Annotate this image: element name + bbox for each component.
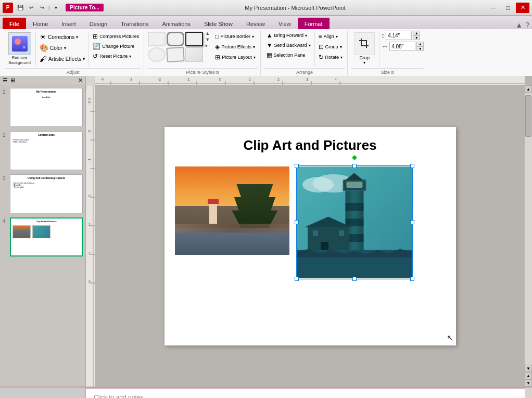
- align-dropdown[interactable]: ▾: [336, 34, 338, 39]
- send-backward-button[interactable]: ▼ Send Backward ▾: [264, 41, 313, 50]
- help-icon[interactable]: ▲: [515, 21, 523, 29]
- tab-view[interactable]: View: [272, 18, 298, 29]
- scroll-down-button[interactable]: ▼: [525, 365, 532, 372]
- width-up[interactable]: ▲: [413, 31, 420, 35]
- slide-thumb-4[interactable]: 4 Clip Art and Pictures: [3, 217, 83, 256]
- style-swatch-1[interactable]: [148, 32, 166, 46]
- question-icon[interactable]: ?: [525, 21, 529, 29]
- style-more[interactable]: ▾: [205, 43, 210, 48]
- vertical-scrollbar[interactable]: ▲ ▼ ▲ ▼: [525, 85, 532, 387]
- style-swatch-3[interactable]: [185, 32, 203, 46]
- slide-canvas[interactable]: Clip Art and Pictures: [164, 127, 456, 345]
- reset-picture-button[interactable]: ↺ Reset Picture ▾: [91, 52, 141, 61]
- slide-thumb-2[interactable]: 2 Content Slide • Here are some bullets•…: [3, 131, 83, 170]
- slide-image-2[interactable]: Content Slide • Here are some bullets• B…: [10, 131, 83, 170]
- photo-background: [175, 166, 289, 255]
- tab-transitions[interactable]: Transitions: [114, 18, 155, 29]
- selection-pane-button[interactable]: ▦ Selection Pane: [264, 50, 313, 60]
- tab-design[interactable]: Design: [83, 18, 114, 29]
- tab-insert[interactable]: Insert: [55, 18, 83, 29]
- bring-forward-dropdown[interactable]: ▾: [305, 33, 307, 38]
- slide-image-3[interactable]: Using Self-Containing Objects • Uses fro…: [10, 174, 83, 213]
- color-button[interactable]: 🎨 Color ▾: [37, 43, 87, 53]
- style-scroll-down[interactable]: ▼: [205, 37, 210, 42]
- photo-lighthouse[interactable]: [175, 166, 289, 255]
- slide-image-4[interactable]: Clip Art and Pictures: [10, 217, 83, 256]
- height-input[interactable]: [389, 42, 415, 51]
- slide-images-area: [164, 164, 456, 281]
- picture-border-dropdown[interactable]: ▾: [252, 34, 254, 39]
- crop-dropdown[interactable]: ▾: [363, 60, 365, 65]
- tab-format[interactable]: Format: [298, 18, 330, 29]
- scroll-step-up[interactable]: ▲: [525, 372, 532, 379]
- picture-effects-button[interactable]: ◈ Picture Effects ▾: [213, 42, 258, 52]
- change-picture-button[interactable]: 🔄 Change Picture: [91, 42, 141, 51]
- width-down[interactable]: ▼: [413, 35, 420, 40]
- group-dropdown[interactable]: ▾: [340, 45, 342, 49]
- scroll-track[interactable]: [525, 93, 532, 365]
- minimize-button[interactable]: ─: [487, 3, 500, 13]
- align-button[interactable]: ≡ Align ▾: [316, 32, 345, 41]
- slide-thumb-1[interactable]: 1 My Presentation A subtitle: [3, 88, 83, 127]
- panel-icon-list[interactable]: ☰: [3, 77, 8, 84]
- panel-close-button[interactable]: ✕: [78, 77, 83, 84]
- picture-border-button[interactable]: □ Picture Border ▾: [213, 32, 258, 41]
- picture-layout-dropdown[interactable]: ▾: [254, 55, 256, 60]
- scroll-up-button[interactable]: ▲: [525, 85, 532, 93]
- tab-home[interactable]: Home: [26, 18, 55, 29]
- rotate-dropdown[interactable]: ▾: [340, 55, 343, 60]
- scroll-step-down[interactable]: ▼: [525, 379, 532, 387]
- width-input[interactable]: [386, 31, 412, 40]
- width-spinner[interactable]: ▲ ▼: [413, 31, 420, 40]
- scroll-thumb[interactable]: [525, 95, 531, 137]
- size-expand[interactable]: ⊡: [391, 70, 395, 75]
- height-down[interactable]: ▼: [416, 46, 424, 51]
- help-area[interactable]: ▲ ?: [515, 21, 529, 29]
- height-up[interactable]: ▲: [416, 42, 424, 46]
- tab-slideshow[interactable]: Slide Show: [197, 18, 239, 29]
- redo-qat-button[interactable]: ↪: [37, 3, 47, 12]
- window-controls[interactable]: ─ □ ✕: [487, 3, 529, 13]
- cursor-indicator: ↖: [447, 333, 453, 343]
- tab-file[interactable]: File: [3, 18, 26, 29]
- notes-area[interactable]: Click to add notes: [86, 388, 525, 398]
- clipart-lighthouse[interactable]: [297, 166, 412, 278]
- svg-text:-3: -3: [87, 98, 91, 101]
- undo-qat-button[interactable]: ↩: [27, 3, 36, 12]
- quick-access-toolbar[interactable]: 💾 ↩ ↪ | ▾: [16, 3, 60, 12]
- clipart-wrapper[interactable]: [297, 166, 412, 278]
- tab-review[interactable]: Review: [239, 18, 272, 29]
- artistic-dropdown[interactable]: ▾: [83, 57, 85, 61]
- customize-qat-button[interactable]: ▾: [51, 3, 60, 12]
- corrections-button[interactable]: ☀ Corrections ▾: [37, 32, 87, 42]
- picture-effects-dropdown[interactable]: ▾: [253, 45, 255, 49]
- reset-dropdown[interactable]: ▾: [129, 54, 131, 59]
- compress-pictures-button[interactable]: ⊞ Compress Pictures: [91, 32, 141, 41]
- style-swatch-4[interactable]: [148, 47, 166, 62]
- crop-button[interactable]: Crop ▾: [351, 31, 377, 67]
- group-button[interactable]: ⊡ Group ▾: [316, 42, 345, 52]
- save-qat-button[interactable]: 💾: [16, 3, 25, 12]
- send-backward-dropdown[interactable]: ▾: [309, 43, 311, 48]
- style-swatch-2[interactable]: [167, 32, 184, 46]
- maximize-button[interactable]: □: [501, 3, 515, 13]
- slide-4-clipart: [32, 225, 50, 238]
- slide-image-1[interactable]: My Presentation A subtitle: [10, 88, 83, 127]
- color-dropdown[interactable]: ▾: [64, 46, 66, 50]
- picture-styles-expand[interactable]: ⊡: [216, 70, 219, 75]
- picture-layout-button[interactable]: ⊞ Picture Layout ▾: [213, 53, 258, 62]
- bring-forward-button[interactable]: ▲ Bring Forward ▾: [264, 31, 313, 40]
- close-button[interactable]: ✕: [516, 3, 529, 13]
- style-swatch-6[interactable]: [185, 47, 203, 62]
- rotate-button[interactable]: ↻ Rotate ▾: [316, 53, 345, 62]
- corrections-dropdown[interactable]: ▾: [76, 35, 78, 40]
- tab-animations[interactable]: Animations: [155, 18, 197, 29]
- slide-thumb-3[interactable]: 3 Using Self-Containing Objects • Uses f…: [3, 174, 83, 213]
- notes-scrollbar[interactable]: [525, 388, 532, 398]
- remove-background-button[interactable]: ✕ RemoveBackground: [5, 31, 34, 67]
- panel-icon-grid[interactable]: ⊞: [10, 77, 15, 84]
- style-scroll-up[interactable]: ▲: [205, 31, 210, 36]
- style-swatch-5[interactable]: [166, 47, 184, 62]
- height-spinner[interactable]: ▲ ▼: [416, 42, 424, 51]
- artistic-effects-button[interactable]: 🖌 Artistic Effects ▾: [37, 54, 87, 64]
